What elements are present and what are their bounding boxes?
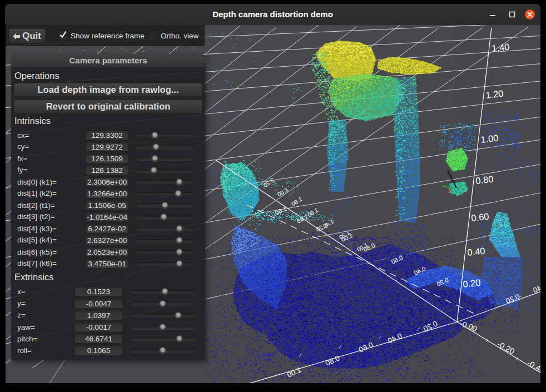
svg-text:-0.40: -0.40	[532, 281, 540, 295]
svg-text:1.80: 1.80	[290, 195, 303, 207]
svg-text:0.60: 0.60	[470, 211, 489, 223]
svg-text:1.20: 1.20	[485, 88, 504, 100]
svg-text:0.80: 0.80	[475, 174, 494, 186]
svg-text:0.20: 0.20	[462, 277, 481, 289]
svg-text:-0.20: -0.20	[496, 340, 517, 356]
svg-text:1.00: 1.00	[480, 133, 499, 145]
svg-text:1.40: 1.40	[491, 42, 510, 53]
svg-text:1.00: 1.00	[286, 365, 302, 379]
svg-text:-0.40: -0.40	[526, 359, 540, 375]
svg-text:0.40: 0.40	[466, 246, 485, 257]
